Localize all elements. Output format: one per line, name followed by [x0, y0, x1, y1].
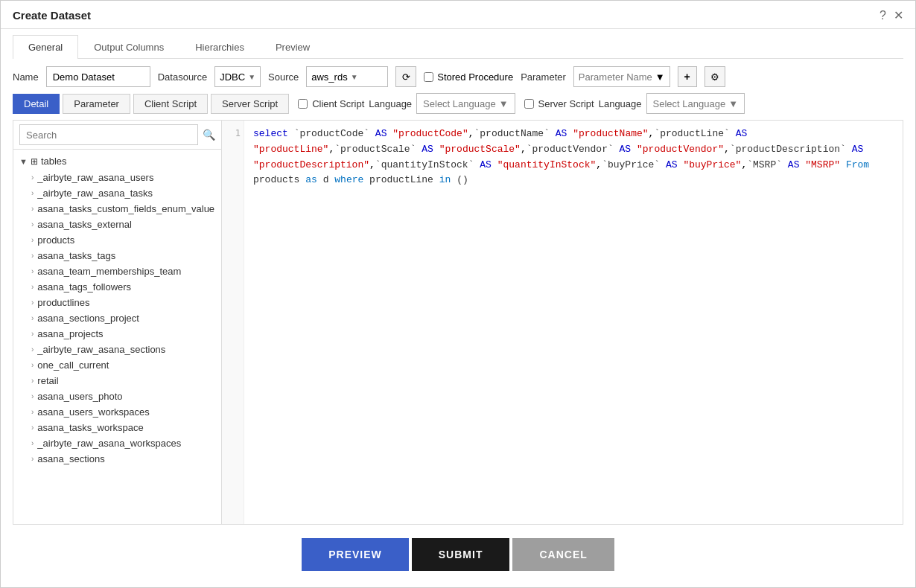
- chevron-right-icon: ›: [31, 392, 34, 400]
- chevron-right-icon: ›: [31, 220, 34, 229]
- chevron-right-icon: ›: [31, 252, 34, 260]
- name-label: Name: [13, 71, 39, 83]
- dialog-titlebar-icons: ? ✕: [880, 8, 903, 22]
- tree-item[interactable]: › one_call_current: [13, 357, 221, 373]
- tree-item[interactable]: › asana_tasks_tags: [13, 248, 221, 263]
- chevron-right-icon: ›: [31, 314, 34, 322]
- table-name: asana_sections_project: [37, 313, 139, 324]
- table-name: productlines: [37, 297, 89, 308]
- chevron-right-icon: ›: [31, 236, 34, 244]
- stored-procedure-checkbox[interactable]: [424, 72, 433, 82]
- tree-item[interactable]: › asana_tasks_custom_fields_enum_value: [13, 201, 221, 217]
- tab-hierarchies[interactable]: Hierarchies: [179, 35, 260, 59]
- tree-item[interactable]: › productlines: [13, 295, 221, 310]
- tree-item[interactable]: › asana_users_photo: [13, 389, 221, 404]
- server-script-option-group: Server Script Language Select Language ▼: [524, 93, 745, 114]
- script-tab-parameter[interactable]: Parameter: [63, 94, 130, 114]
- script-tab-detail[interactable]: Detail: [13, 94, 60, 114]
- submit-button[interactable]: SUBMIT: [412, 538, 510, 571]
- chevron-right-icon: ›: [31, 408, 34, 416]
- server-language-label: Language: [599, 98, 642, 109]
- table-name: asana_team_memberships_team: [37, 266, 181, 277]
- table-name: asana_tasks_custom_fields_enum_value: [37, 203, 214, 214]
- table-grid-icon: ⊞: [31, 156, 38, 167]
- tree-item[interactable]: › asana_projects: [13, 326, 221, 342]
- tree-item[interactable]: › asana_sections: [13, 451, 221, 467]
- tree-item[interactable]: › asana_tasks_external: [13, 217, 221, 232]
- plus-icon: +: [684, 71, 690, 83]
- stored-procedure-label: Stored Procedure: [437, 71, 513, 83]
- search-icon[interactable]: 🔍: [203, 129, 215, 141]
- client-language-select[interactable]: Select Language ▼: [416, 93, 515, 114]
- close-icon[interactable]: ✕: [894, 8, 903, 22]
- table-name: _airbyte_raw_asana_workspaces: [37, 438, 181, 449]
- add-parameter-button[interactable]: +: [678, 66, 697, 87]
- cancel-button[interactable]: CANCEL: [512, 538, 614, 571]
- chevron-right-icon: ›: [31, 283, 34, 291]
- table-name: asana_projects: [37, 328, 103, 339]
- tree-root-label: tables: [41, 156, 67, 167]
- table-name: products: [37, 234, 74, 246]
- tree-item[interactable]: › asana_team_memberships_team: [13, 263, 221, 279]
- help-icon[interactable]: ?: [880, 9, 886, 22]
- tree-panel: 🔍 ▼ ⊞ tables › _airbyte_raw_asana_users …: [13, 121, 222, 524]
- tab-output-columns[interactable]: Output Columns: [78, 35, 179, 59]
- dialog-title: Create Dataset: [13, 9, 91, 22]
- settings-button[interactable]: ⚙: [705, 66, 725, 87]
- chevron-right-icon: ›: [31, 345, 34, 354]
- server-language-select[interactable]: Select Language ▼: [646, 93, 745, 114]
- line-numbers: 1: [222, 121, 244, 524]
- tab-preview[interactable]: Preview: [260, 35, 325, 59]
- tree-item[interactable]: › asana_sections_project: [13, 310, 221, 326]
- preview-button[interactable]: PREVIEW: [302, 538, 409, 571]
- script-tab-server-script[interactable]: Server Script: [211, 94, 289, 114]
- chevron-right-icon: ›: [31, 173, 34, 182]
- chevron-right-icon: ›: [31, 361, 34, 369]
- dialog-content: General Output Columns Hierarchies Previ…: [1, 29, 915, 525]
- datasource-value: JDBC: [220, 71, 245, 83]
- server-language-placeholder: Select Language: [653, 98, 726, 109]
- server-script-label: Server Script: [538, 98, 594, 109]
- table-name: retail: [37, 375, 58, 386]
- tree-item[interactable]: › _airbyte_raw_asana_sections: [13, 342, 221, 357]
- datasource-label: Datasource: [158, 71, 207, 83]
- stored-procedure-group: Stored Procedure: [424, 71, 513, 83]
- refresh-icon: ⟳: [402, 71, 410, 83]
- refresh-button[interactable]: ⟳: [395, 66, 416, 87]
- tree-item[interactable]: › _airbyte_raw_asana_users: [13, 170, 221, 185]
- chevron-right-icon: ›: [31, 377, 34, 385]
- client-script-label: Client Script: [312, 98, 364, 109]
- script-tab-client-script[interactable]: Client Script: [133, 94, 208, 114]
- chevron-right-icon: ›: [31, 267, 34, 275]
- source-chevron-icon: ▼: [351, 73, 358, 81]
- datasource-select[interactable]: JDBC ▼: [214, 66, 261, 87]
- client-script-option-group: Client Script Language Select Language ▼: [298, 93, 515, 114]
- parameter-name-placeholder: Parameter Name: [579, 71, 652, 83]
- name-row: Name Datasource JDBC ▼ Source aws_rds ▼ …: [13, 66, 903, 87]
- tree-item[interactable]: › _airbyte_raw_asana_workspaces: [13, 435, 221, 451]
- tree-container: ▼ ⊞ tables › _airbyte_raw_asana_users › …: [13, 150, 221, 524]
- tree-root: ▼ ⊞ tables: [13, 153, 221, 170]
- tree-item[interactable]: › retail: [13, 373, 221, 389]
- search-box: 🔍: [13, 121, 221, 150]
- client-script-checkbox[interactable]: [298, 99, 308, 109]
- sql-editor[interactable]: select `productCode` AS "productCode",`p…: [244, 121, 903, 524]
- client-language-chevron-icon: ▼: [499, 98, 509, 109]
- tab-general[interactable]: General: [13, 35, 78, 59]
- source-label: Source: [268, 71, 299, 83]
- tree-item[interactable]: › _airbyte_raw_asana_tasks: [13, 185, 221, 201]
- tree-item[interactable]: › asana_tasks_workspace: [13, 420, 221, 435]
- server-script-checkbox[interactable]: [524, 99, 534, 109]
- parameter-name-select[interactable]: Parameter Name ▼: [573, 66, 670, 87]
- client-language-placeholder: Select Language: [423, 98, 496, 109]
- search-input[interactable]: [19, 124, 198, 145]
- tree-item[interactable]: › products: [13, 232, 221, 248]
- tree-item[interactable]: › asana_tags_followers: [13, 279, 221, 295]
- table-name: asana_sections: [37, 453, 104, 464]
- source-select[interactable]: aws_rds ▼: [306, 66, 388, 87]
- name-input[interactable]: [46, 66, 150, 87]
- table-name: asana_users_photo: [37, 391, 122, 402]
- table-name: one_call_current: [37, 359, 109, 371]
- chevron-right-icon: ›: [31, 189, 34, 197]
- tree-item[interactable]: › asana_users_workspaces: [13, 404, 221, 420]
